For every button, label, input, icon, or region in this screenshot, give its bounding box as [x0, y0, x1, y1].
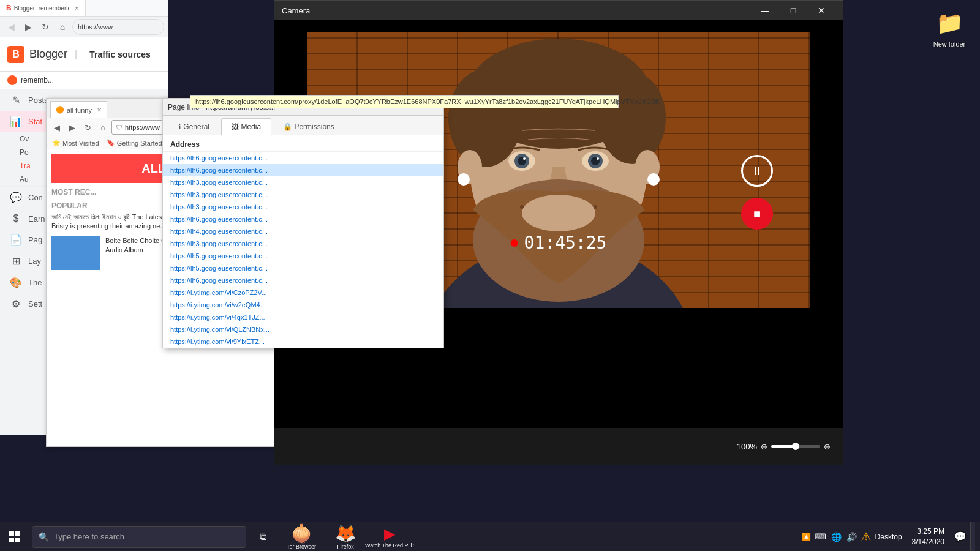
- blog-dot: [7, 75, 17, 85]
- ff-tabs: 🟠 all funny ✕: [50, 99, 107, 118]
- url-input[interactable]: https://www: [72, 19, 164, 35]
- separator: |: [75, 49, 77, 60]
- pi-url-6[interactable]: https://lh4.googleusercontent.c...: [163, 225, 443, 238]
- task-view-button[interactable]: ⧉: [249, 523, 277, 550]
- zoom-minus-btn[interactable]: ⊖: [761, 442, 767, 451]
- blog-name-bar[interactable]: rememb...: [0, 72, 168, 89]
- camera-close-btn[interactable]: ✕: [807, 1, 835, 20]
- pi-url-7[interactable]: https://lh3.googleusercontent.c...: [163, 238, 443, 250]
- pi-tab-permissions[interactable]: 🔒 Permissions: [273, 118, 345, 135]
- zoom-plus-btn[interactable]: ⊕: [824, 442, 831, 451]
- pi-url-5[interactable]: https://lh6.googleusercontent.c...: [163, 213, 443, 225]
- ff-home-btn[interactable]: ⌂: [96, 121, 110, 134]
- firefox-icon: 🦊: [335, 523, 356, 544]
- folder-icon: 📁: [935, 9, 964, 38]
- tab-close-icon[interactable]: ✕: [74, 5, 79, 12]
- blogger-tab-1[interactable]: B Blogger: rememberlessf ✕: [0, 0, 86, 16]
- ff-url-text: https://www: [125, 124, 160, 131]
- svg-rect-20: [9, 531, 14, 536]
- timer-text: 01:45:25: [524, 233, 607, 253]
- ff-back-btn[interactable]: ◀: [50, 121, 64, 134]
- blogger-tabs: B Blogger: rememberlessf ✕: [0, 0, 168, 17]
- back-button[interactable]: ◀: [4, 20, 18, 34]
- permissions-label: Permissions: [294, 122, 334, 131]
- pages-label: Pag: [28, 235, 42, 244]
- posts-icon: ✎: [10, 94, 22, 106]
- start-button[interactable]: [0, 522, 29, 552]
- camera-title: Camera: [282, 6, 751, 15]
- camera-pause-button[interactable]: ⏸: [741, 155, 773, 187]
- blogger-favicon: B: [6, 4, 12, 12]
- search-placeholder: Type here to search: [54, 532, 124, 541]
- pi-url-9[interactable]: https://lh5.googleusercontent.c...: [163, 262, 443, 274]
- ff-bookmark-getting-started[interactable]: 🔖 Getting Started: [105, 138, 164, 148]
- media-icon: 🖼: [232, 122, 241, 131]
- blogger-urlbar: ◀ ▶ ↻ ⌂ https://www: [0, 17, 168, 37]
- ff-tab-title: all funny: [67, 107, 92, 114]
- comments-label: Con: [28, 193, 43, 202]
- pi-address-label: Address: [163, 135, 443, 152]
- camera-titlebar: Camera — □ ✕: [274, 1, 843, 20]
- camera-window-controls: — □ ✕: [751, 1, 835, 20]
- pi-url-1[interactable]: https://lh6.googleusercontent.c...: [163, 164, 443, 176]
- new-folder-icon[interactable]: 📁 New folder: [925, 6, 974, 50]
- tor-browser-taskbar[interactable]: 🧅 Tor Browser: [277, 522, 326, 552]
- media-label: Media: [241, 122, 261, 131]
- zoom-slider[interactable]: [771, 445, 820, 448]
- refresh-button[interactable]: ↻: [38, 20, 53, 34]
- pi-tab-media[interactable]: 🖼 Media: [221, 118, 271, 135]
- layout-label: Lay: [28, 257, 41, 266]
- layout-icon: ⊞: [10, 255, 22, 267]
- pi-url-14[interactable]: https://i.ytimg.com/vi/QLZNBNx...: [163, 323, 443, 335]
- time-display: 3:25 PM: [912, 527, 944, 537]
- desktop-text: Desktop: [875, 533, 902, 541]
- tor-icon: 🧅: [291, 523, 312, 544]
- tooltip-text: https://lh6.googleusercontent.com/proxy/…: [195, 98, 660, 105]
- watch-red-pill-taskbar[interactable]: ▶ Watch The Red Pill 20...: [365, 522, 414, 552]
- desktop: 📁 New folder B Blogger: rememberlessf ✕ …: [0, 0, 980, 551]
- camera-maximize-btn[interactable]: □: [779, 1, 807, 20]
- pause-icon: ⏸: [751, 164, 763, 178]
- security-tray-icon: ⚠: [861, 530, 872, 544]
- pi-tabs: ℹ General 🖼 Media 🔒 Permissions: [163, 116, 443, 135]
- pi-url-2[interactable]: https://lh3.googleusercontent.c...: [163, 176, 443, 189]
- notification-icon[interactable]: 💬: [954, 531, 967, 542]
- watch-label: Watch The Red Pill 20...: [365, 542, 414, 549]
- ff-refresh-btn[interactable]: ↻: [81, 121, 94, 134]
- record-icon: ■: [753, 207, 761, 221]
- pi-url-12[interactable]: https://i.ytimg.com/vi/w2eQM4...: [163, 299, 443, 311]
- ff-tab-allfunny[interactable]: 🟠 all funny ✕: [50, 101, 107, 118]
- blogger-tab-title: Blogger: rememberlessf: [14, 5, 69, 12]
- ff-bookmark-most-visited[interactable]: ⭐ Most Visited: [50, 138, 101, 148]
- pi-url-8[interactable]: https://lh5.googleusercontent.c...: [163, 250, 443, 262]
- pi-url-0[interactable]: https://lh6.googleusercontent.c...: [163, 152, 443, 164]
- taskbar-search[interactable]: 🔍 Type here to search: [32, 526, 246, 548]
- firefox-taskbar[interactable]: 🦊 Firefox: [327, 522, 364, 552]
- forward-button[interactable]: ▶: [21, 20, 36, 34]
- home-button[interactable]: ⌂: [55, 20, 70, 34]
- network-icon: 🌐: [831, 532, 842, 542]
- pi-url-11[interactable]: https://i.ytimg.com/vi/CzoPZ2V...: [163, 287, 443, 299]
- pi-url-4[interactable]: https://lh3.googleusercontent.c...: [163, 201, 443, 213]
- camera-record-button[interactable]: ■: [741, 198, 773, 230]
- pi-url-15[interactable]: https://i.ytimg.com/vi/9YlxETZ...: [163, 335, 443, 348]
- pi-url-3[interactable]: https://lh3.googleusercontent.c...: [163, 189, 443, 201]
- pages-icon: 📄: [10, 234, 22, 246]
- system-clock[interactable]: 3:25 PM 3/14/2020: [907, 527, 949, 547]
- pi-url-10[interactable]: https://lh6.googleusercontent.c...: [163, 274, 443, 287]
- taskbar: 🔍 Type here to search ⧉ 🧅 Tor Browser 🦊 …: [0, 522, 980, 551]
- pi-tab-general[interactable]: ℹ General: [168, 118, 220, 135]
- page-info-popup: Page Info - https://allfunnyrss.b... ℹ G…: [162, 98, 444, 348]
- pi-url-13[interactable]: https://i.ytimg.com/vi/4qx1TJZ...: [163, 311, 443, 323]
- tray-chevron[interactable]: 🔼: [802, 533, 811, 541]
- camera-minimize-btn[interactable]: —: [751, 1, 779, 20]
- blogger-header: B Blogger | Traffic sources: [0, 37, 168, 72]
- ff-forward-btn[interactable]: ▶: [66, 121, 79, 134]
- folder-label: New folder: [927, 40, 971, 48]
- show-desktop-button[interactable]: [970, 522, 975, 552]
- pi-tooltip: https://lh6.googleusercontent.com/proxy/…: [190, 95, 619, 108]
- pi-url-list[interactable]: https://lh6.googleusercontent.c... https…: [163, 152, 443, 348]
- ff-tab-close[interactable]: ✕: [97, 107, 102, 113]
- zoom-control: 100% ⊖ ⊕: [737, 442, 831, 451]
- stats-icon: 📊: [10, 116, 22, 127]
